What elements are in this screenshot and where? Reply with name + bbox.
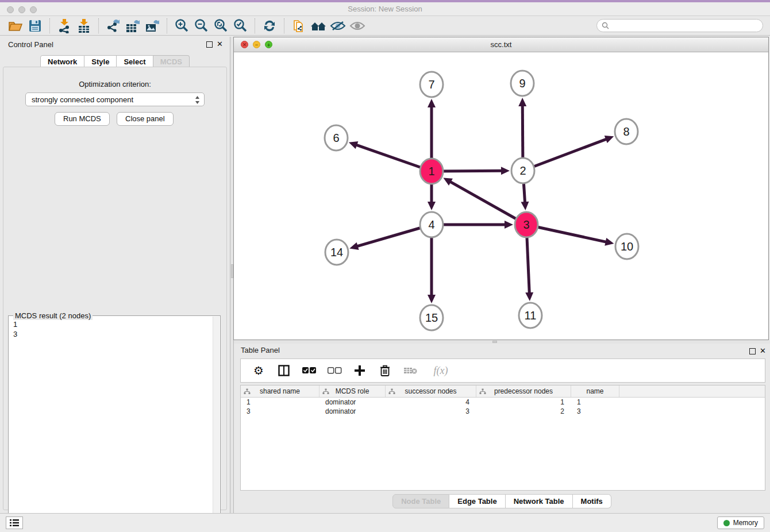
show-eye-button[interactable] [348,17,367,34]
cell-shared-name[interactable]: 3 [241,407,319,416]
cell-shared-name[interactable]: 1 [241,398,319,407]
memory-status-icon [723,520,730,526]
cell-predecessor-nodes[interactable]: 2 [476,407,571,416]
network-title: scc.txt [234,37,768,52]
cell-name[interactable]: 3 [571,407,619,416]
export-image-button[interactable] [143,17,162,34]
minimize-window-button[interactable] [18,6,25,13]
criterion-value: strongly connected component [32,95,133,104]
float-panel-icon[interactable] [749,348,756,354]
delete-table-icon [403,366,417,375]
status-bar: Memory [0,513,770,532]
cell-MCDS-role[interactable]: dominator [319,407,386,416]
tab-node-table[interactable]: Node Table [392,494,449,508]
graph-arrowhead-4-15 [428,295,436,303]
cell-predecessor-nodes[interactable]: 1 [476,398,571,407]
columns-icon [278,365,290,376]
graph-node-label-11: 11 [525,309,537,322]
network-view-window: ✕ − ＋ scc.txt 7968124314101511 [233,37,769,340]
columns-button[interactable] [276,363,291,378]
column-type-icon [479,388,486,395]
float-panel-icon[interactable] [206,41,213,48]
graph-edge-2-8[interactable] [523,139,607,171]
select-all-button[interactable] [302,363,317,378]
network-close-button[interactable]: ✕ [241,41,248,48]
add-column-button[interactable] [352,363,367,378]
function-builder-button[interactable]: f(x) [428,363,453,378]
column-header-MCDS-role[interactable]: MCDS role [319,385,386,397]
close-window-button[interactable] [7,6,14,13]
cell-successor-nodes[interactable]: 3 [386,407,476,416]
clone-network-button[interactable] [289,17,309,34]
memory-button[interactable]: Memory [717,516,764,529]
refresh-button[interactable] [260,17,279,34]
home-button[interactable] [309,17,328,34]
zoom-in-button[interactable] [172,17,191,34]
import-table-button[interactable] [74,17,94,34]
control-panel: Control Panel ✕ NetworkStyleSelectMCDS O… [0,37,230,513]
save-session-button[interactable] [25,17,45,34]
memory-label: Memory [733,519,758,527]
zoom-selected-button[interactable] [230,17,250,34]
tab-network-table[interactable]: Network Table [506,494,573,508]
table-row[interactable]: 3dominator323 [241,407,765,416]
graph-edge-3-1[interactable] [450,182,526,225]
column-label: MCDS role [336,387,369,395]
column-header-predecessor-nodes[interactable]: predecessor nodes [476,385,571,397]
graph-node-label-1: 1 [428,165,434,178]
cell-successor-nodes[interactable]: 4 [386,398,476,407]
cell-MCDS-role[interactable]: dominator [319,398,386,407]
result-scrollbar[interactable] [213,317,220,529]
export-network-button[interactable] [103,17,123,34]
graph-node-label-2: 2 [519,164,526,177]
cell-name[interactable]: 1 [571,398,619,407]
table-panel-tabs: Node TableEdge TableNetwork TableMotifs [234,494,770,508]
deselect-all-button[interactable] [327,363,342,378]
graph-node-label-6: 6 [333,132,339,144]
export-image-icon [145,18,160,33]
delete-table-button[interactable] [403,363,418,378]
column-header-name[interactable]: name [571,385,619,397]
zoom-selected-icon [233,18,248,33]
export-table-button[interactable] [123,17,143,34]
graph-arrowhead-4-14 [349,242,359,250]
open-session-button[interactable] [6,17,25,34]
delete-column-button[interactable] [378,363,392,378]
toolbar-separator [167,18,167,33]
table-row[interactable]: 1dominator411 [241,398,765,407]
tab-edge-table[interactable]: Edge Table [449,494,505,508]
network-canvas[interactable]: 7968124314101511 [234,52,768,340]
import-network-icon [57,18,71,33]
column-header-shared-name[interactable]: shared name [241,385,319,397]
table-panel: Table Panel ✕ ⚙ [234,344,770,513]
criterion-dropdown[interactable]: strongly connected component [25,92,205,106]
graph-arrowhead-2-9 [518,98,526,106]
zoom-fit-button[interactable] [211,17,230,34]
close-panel-button[interactable]: Close panel [117,112,174,126]
run-mcds-button[interactable]: Run MCDS [55,112,110,126]
zoom-out-button[interactable] [191,17,211,34]
network-minimize-button[interactable]: − [253,41,260,48]
tab-motifs[interactable]: Motifs [573,494,611,508]
mcds-result-title: MCDS result (2 nodes) [13,311,93,320]
close-panel-icon[interactable]: ✕ [217,40,223,48]
splitter-grip[interactable] [492,341,497,343]
list-icon [9,519,20,527]
column-header-successor-nodes[interactable]: successor nodes [386,385,476,397]
import-network-button[interactable] [55,17,74,34]
close-panel-icon[interactable]: ✕ [760,346,766,355]
column-type-icon [322,388,329,395]
delete-column-icon [380,365,390,377]
search-icon [602,22,609,29]
search-field[interactable] [596,19,763,32]
hide-eye-button[interactable] [328,17,348,34]
mcds-result-box[interactable]: MCDS result (2 nodes) 1 3 [8,315,221,530]
zoom-window-button[interactable] [30,6,37,13]
refresh-icon [263,19,276,33]
gear-button[interactable]: ⚙ [251,363,266,378]
table-header-row: shared nameMCDS rolesuccessor nodesprede… [241,385,765,398]
task-history-button[interactable] [6,516,23,529]
network-zoom-button[interactable]: ＋ [265,41,272,48]
control-panel-header: Control Panel ✕ [0,37,230,52]
search-input[interactable] [612,22,758,30]
